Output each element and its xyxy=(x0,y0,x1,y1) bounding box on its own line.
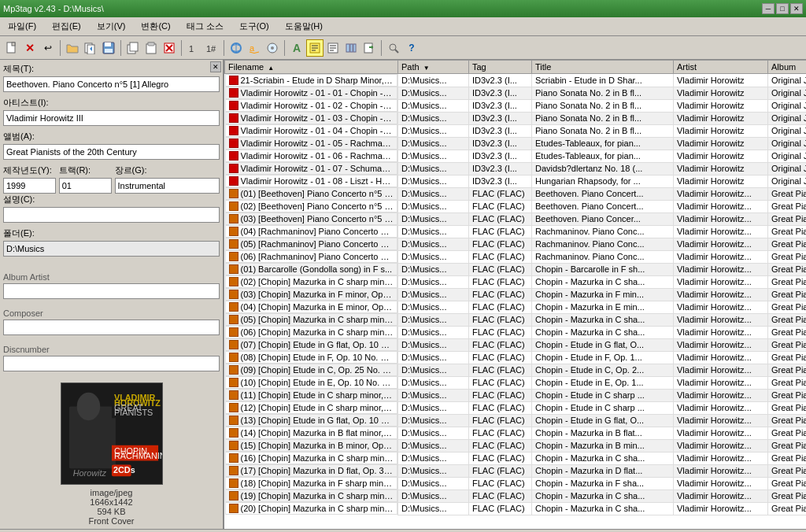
table-row[interactable]: (05) [Rachmaninov] Piano Concerto n°3 2 … xyxy=(225,238,807,250)
table-row[interactable]: (07) [Chopin] Etude in G flat, Op. 10 No… xyxy=(225,338,807,351)
title-cell: Hungarian Rhapsody, for ... xyxy=(532,175,674,187)
path-cell: D:\Musics... xyxy=(398,162,469,175)
open-files-button[interactable] xyxy=(82,39,99,57)
folder-field-group: 폴더(E): xyxy=(3,227,220,257)
table-row[interactable]: (16) [Chopin] Mazurka in C sharp minor, … xyxy=(225,452,807,464)
undo-button[interactable]: ↩ xyxy=(39,39,57,57)
title-input[interactable] xyxy=(3,76,220,92)
remove-tags-button[interactable] xyxy=(161,39,178,57)
table-row[interactable]: (03) [Beethoven] Piano Concerto n°5 3 Ro… xyxy=(225,212,807,225)
close-panel-button[interactable]: ✕ xyxy=(210,61,221,72)
table-row[interactable]: (15) [Chopin] Mazurka in B minor, Op. 30… xyxy=(225,439,807,452)
table-row[interactable]: (03) [Chopin] Mazurka in F minor, Op. 7 … xyxy=(225,288,807,301)
edit-tags-button[interactable] xyxy=(306,39,324,57)
table-row[interactable]: Vladimir Horowitz - 01 - 02 - Chopin - P… xyxy=(225,99,807,112)
menu-view[interactable]: 보기(V) xyxy=(92,19,131,34)
title-cell: Chopin - Etude in F, Op. 1... xyxy=(532,351,674,364)
discnumber-input[interactable] xyxy=(3,356,220,371)
table-row[interactable]: Vladimir Horowitz - 01 - 01 - Chopin - P… xyxy=(225,87,807,99)
menu-tools[interactable]: 도구(O) xyxy=(235,19,274,34)
filename-text: (19) [Chopin] Mazurka in C sharp minor, … xyxy=(241,491,394,501)
columns-button[interactable] xyxy=(342,39,360,57)
table-row[interactable]: (14) [Chopin] Mazurka in B flat minor, O… xyxy=(225,427,807,439)
genre-input[interactable] xyxy=(115,178,220,194)
table-row[interactable]: (10) [Chopin] Etude in E, Op. 10 No. 3 '… xyxy=(225,376,807,389)
album-input[interactable] xyxy=(3,144,220,160)
minimize-button[interactable]: ─ xyxy=(762,3,775,14)
title-label: 제목(T): xyxy=(3,63,220,75)
freedb-button[interactable] xyxy=(264,39,281,57)
table-row[interactable]: Vladimir Horowitz - 01 - 03 - Chopin - P… xyxy=(225,112,807,124)
table-row[interactable]: (06) [Chopin] Mazurka in C sharp minor, … xyxy=(225,326,807,338)
comment-label: 설명(C): xyxy=(3,194,220,205)
table-row[interactable]: (18) [Chopin] Mazurka in F sharp minor, … xyxy=(225,477,807,490)
auto-numbering-button[interactable]: 1# xyxy=(203,39,220,57)
paste-tags-button[interactable] xyxy=(142,39,160,57)
track-input[interactable] xyxy=(59,178,112,194)
new-button[interactable] xyxy=(3,39,20,57)
tag-cell: FLAC (FLAC) xyxy=(469,389,532,401)
filename-text: (15) [Chopin] Mazurka in B minor, Op. 30… xyxy=(241,441,394,450)
table-row[interactable]: (19) [Chopin] Mazurka in C sharp minor, … xyxy=(225,490,807,502)
album-cell: Original Jacke... xyxy=(768,74,807,87)
tag-sources-button[interactable] xyxy=(227,39,245,57)
help-button[interactable]: ? xyxy=(403,39,420,57)
title-cell: Chopin - Mazurka in B flat... xyxy=(532,427,674,439)
table-row[interactable]: (13) [Chopin] Etude in G flat, Op. 10 No… xyxy=(225,414,807,427)
open-folder-button[interactable] xyxy=(64,39,81,57)
col-header-tag[interactable]: Tag xyxy=(469,61,532,74)
col-header-artist[interactable]: Artist xyxy=(674,61,768,74)
file-icon xyxy=(229,428,238,438)
copy-tags-button[interactable] xyxy=(124,39,142,57)
table-row[interactable]: (11) [Chopin] Etude in C sharp minor, Op… xyxy=(225,389,807,401)
export-button[interactable] xyxy=(360,39,378,57)
col-header-album[interactable]: Album xyxy=(768,61,807,74)
save-button[interactable] xyxy=(100,39,117,57)
close-button[interactable]: ✕ xyxy=(790,3,803,14)
table-row[interactable]: (06) [Rachmaninov] Piano Concerto n°3 3 … xyxy=(225,250,807,263)
table-row[interactable]: (04) [Rachmaninov] Piano Concerto n°3 1 … xyxy=(225,225,807,238)
table-container[interactable]: Filename ▲ Path ▼ Tag Title xyxy=(224,60,806,529)
table-row[interactable]: 21-Scriabin - Etude in D Sharp Minor, Op… xyxy=(225,74,807,87)
col-header-filename[interactable]: Filename ▲ xyxy=(225,61,398,74)
delete-button[interactable]: ✕ xyxy=(21,39,39,57)
composer-input[interactable] xyxy=(3,320,220,335)
amazon-button[interactable]: a xyxy=(246,39,263,57)
col-header-path[interactable]: Path ▼ xyxy=(398,61,469,74)
table-row[interactable]: Vladimir Horowitz - 01 - 06 - Rachmanino… xyxy=(225,150,807,162)
tag-cell: ID3v2.3 (I... xyxy=(469,175,532,187)
table-row[interactable]: Vladimir Horowitz - 01 - 04 - Chopin - P… xyxy=(225,124,807,137)
col-header-title[interactable]: Title xyxy=(532,61,674,74)
menu-convert[interactable]: 변환(C) xyxy=(136,19,175,34)
numbering-wizard-button[interactable]: 1 xyxy=(185,39,202,57)
table-row[interactable]: (01) [Beethoven] Piano Concerto n°5 1 Al… xyxy=(225,187,807,200)
table-row[interactable]: (17) [Chopin] Mazurka in D flat, Op. 30 … xyxy=(225,464,807,477)
folder-input[interactable] xyxy=(3,241,220,257)
artist-input[interactable] xyxy=(3,110,220,126)
album-artist-input[interactable] xyxy=(3,283,220,299)
table-row[interactable]: Vladimir Horowitz - 01 - 05 - Rachmanino… xyxy=(225,137,807,150)
table-row[interactable]: (02) [Chopin] Mazurka in C sharp minor, … xyxy=(225,275,807,288)
art-dimensions: 1646x1442 xyxy=(88,497,134,507)
year-input[interactable] xyxy=(3,178,56,194)
menu-help[interactable]: 도움말(H) xyxy=(280,19,327,34)
menu-edit[interactable]: 편집(E) xyxy=(47,19,86,34)
table-row[interactable]: (04) [Chopin] Mazurka in E minor, Op. 41… xyxy=(225,301,807,313)
album-art[interactable]: VLADIMIR HOROWITZ GREAT PIANISTS CHOPIN … xyxy=(61,382,163,485)
comment-input[interactable] xyxy=(3,207,220,223)
filter-button[interactable]: A xyxy=(288,39,305,57)
table-row[interactable]: (01) Barcarolle (Gondolla song) in F s..… xyxy=(225,263,807,275)
menu-file[interactable]: 파일(F) xyxy=(3,19,41,34)
extended-tags-button[interactable] xyxy=(324,39,342,57)
table-row[interactable]: Vladimir Horowitz - 01 - 07 - Schumann -… xyxy=(225,162,807,175)
table-row[interactable]: (12) [Chopin] Etude in C sharp minor, Op… xyxy=(225,401,807,414)
table-row[interactable]: Vladimir Horowitz - 01 - 08 - Liszt - Hu… xyxy=(225,175,807,187)
maximize-button[interactable]: □ xyxy=(776,3,789,14)
menu-tagsource[interactable]: 태그 소스 xyxy=(182,19,228,34)
table-row[interactable]: (08) [Chopin] Etude in F, Op. 10 No. 8.f… xyxy=(225,351,807,364)
table-row[interactable]: (09) [Chopin] Etude in C, Op. 25 No. 3.f… xyxy=(225,364,807,376)
table-row[interactable]: (05) [Chopin] Mazurka in C sharp minor, … xyxy=(225,313,807,326)
table-row[interactable]: (20) [Chopin] Mazurka in C sharp minor, … xyxy=(225,502,807,515)
table-row[interactable]: (02) [Beethoven] Piano Concerto n°5 2 Ad… xyxy=(225,200,807,212)
web-search-button[interactable] xyxy=(385,39,402,57)
